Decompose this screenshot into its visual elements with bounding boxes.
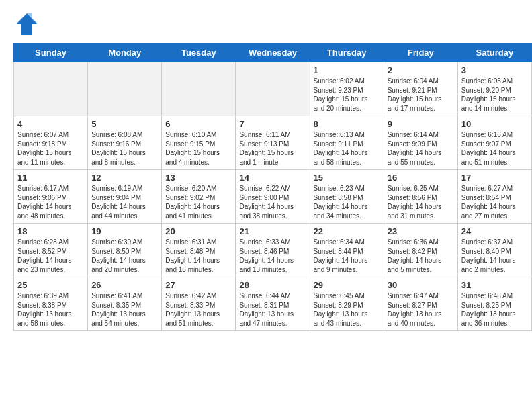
sunset-text: Sunset: 9:13 PM bbox=[239, 140, 306, 149]
svg-marker-0 bbox=[16, 13, 38, 35]
day-number: 27 bbox=[165, 280, 232, 290]
day-number: 16 bbox=[388, 173, 454, 183]
daylight-text: and 41 minutes. bbox=[165, 212, 232, 221]
daylight-text: and 23 minutes. bbox=[17, 265, 84, 275]
sunset-text: Sunset: 8:27 PM bbox=[388, 301, 454, 310]
daylight-text: Daylight: 13 hours bbox=[461, 310, 528, 319]
cal-cell: 26Sunrise: 6:41 AMSunset: 8:35 PMDayligh… bbox=[88, 277, 162, 331]
sunset-text: Sunset: 8:48 PM bbox=[165, 247, 232, 257]
daylight-text: Daylight: 14 hours bbox=[388, 148, 454, 158]
sunset-text: Sunset: 9:20 PM bbox=[461, 86, 528, 95]
daylight-text: Daylight: 15 hours bbox=[314, 95, 380, 104]
sunrise-text: Sunrise: 6:47 AM bbox=[388, 291, 454, 301]
daylight-text: Daylight: 14 hours bbox=[165, 256, 232, 265]
sunset-text: Sunset: 8:40 PM bbox=[461, 247, 528, 257]
calendar-wrapper: SundayMondayTuesdayWednesdayThursdayFrid… bbox=[0, 43, 532, 338]
day-header-monday: Monday bbox=[88, 44, 162, 62]
day-number: 20 bbox=[165, 226, 232, 236]
cal-cell: 3Sunrise: 6:05 AMSunset: 9:20 PMDaylight… bbox=[457, 62, 531, 116]
cal-cell: 8Sunrise: 6:13 AMSunset: 9:11 PMDaylight… bbox=[310, 116, 384, 170]
cal-cell: 1Sunrise: 6:02 AMSunset: 9:23 PMDaylight… bbox=[310, 62, 384, 116]
sunset-text: Sunset: 9:21 PM bbox=[388, 86, 454, 95]
day-number: 26 bbox=[91, 280, 158, 290]
sunrise-text: Sunrise: 6:37 AM bbox=[461, 238, 528, 247]
sunrise-text: Sunrise: 6:30 AM bbox=[91, 238, 158, 247]
cal-cell: 6Sunrise: 6:10 AMSunset: 9:15 PMDaylight… bbox=[162, 116, 236, 170]
daylight-text: Daylight: 14 hours bbox=[91, 256, 158, 265]
sunset-text: Sunset: 8:46 PM bbox=[239, 247, 306, 257]
day-header-wednesday: Wednesday bbox=[236, 44, 310, 62]
sunrise-text: Sunrise: 6:02 AM bbox=[314, 77, 380, 86]
daylight-text: and 34 minutes. bbox=[314, 212, 380, 221]
week-row-3: 11Sunrise: 6:17 AMSunset: 9:06 PMDayligh… bbox=[14, 170, 532, 224]
sunrise-text: Sunrise: 6:44 AM bbox=[239, 291, 306, 301]
sunset-text: Sunset: 9:00 PM bbox=[239, 193, 306, 203]
sunset-text: Sunset: 8:56 PM bbox=[388, 193, 454, 203]
cal-cell: 9Sunrise: 6:14 AMSunset: 9:09 PMDaylight… bbox=[384, 116, 457, 170]
cal-cell bbox=[14, 62, 88, 116]
cal-cell: 25Sunrise: 6:39 AMSunset: 8:38 PMDayligh… bbox=[14, 277, 88, 331]
logo bbox=[13, 11, 43, 38]
day-number: 7 bbox=[239, 119, 306, 129]
sunrise-text: Sunrise: 6:34 AM bbox=[314, 238, 380, 247]
daylight-text: and 58 minutes. bbox=[17, 319, 84, 328]
cal-cell bbox=[236, 62, 310, 116]
cal-cell: 31Sunrise: 6:48 AMSunset: 8:25 PMDayligh… bbox=[457, 277, 531, 331]
daylight-text: and 16 minutes. bbox=[165, 265, 232, 275]
day-header-friday: Friday bbox=[384, 44, 457, 62]
sunrise-text: Sunrise: 6:28 AM bbox=[17, 238, 84, 247]
day-number: 23 bbox=[388, 226, 454, 236]
week-row-5: 25Sunrise: 6:39 AMSunset: 8:38 PMDayligh… bbox=[14, 277, 532, 331]
daylight-text: Daylight: 15 hours bbox=[17, 148, 84, 158]
sunrise-text: Sunrise: 6:25 AM bbox=[388, 184, 454, 193]
sunset-text: Sunset: 9:11 PM bbox=[314, 140, 380, 149]
cal-cell bbox=[88, 62, 162, 116]
daylight-text: and 14 minutes. bbox=[461, 104, 528, 113]
daylight-text: and 58 minutes. bbox=[314, 158, 380, 167]
daylight-text: Daylight: 14 hours bbox=[461, 202, 528, 212]
sunrise-text: Sunrise: 6:16 AM bbox=[461, 130, 528, 140]
daylight-text: and 4 minutes. bbox=[165, 158, 232, 167]
sunset-text: Sunset: 9:07 PM bbox=[461, 140, 528, 149]
daylight-text: and 55 minutes. bbox=[388, 158, 454, 167]
sunset-text: Sunset: 9:06 PM bbox=[17, 193, 84, 203]
sunrise-text: Sunrise: 6:31 AM bbox=[165, 238, 232, 247]
cal-cell: 19Sunrise: 6:30 AMSunset: 8:50 PMDayligh… bbox=[88, 224, 162, 277]
daylight-text: and 20 minutes. bbox=[314, 104, 380, 113]
daylight-text: and 13 minutes. bbox=[239, 265, 306, 275]
sunset-text: Sunset: 8:50 PM bbox=[91, 247, 158, 257]
sunrise-text: Sunrise: 6:22 AM bbox=[239, 184, 306, 193]
sunset-text: Sunset: 8:54 PM bbox=[461, 193, 528, 203]
day-number: 22 bbox=[314, 226, 380, 236]
day-number: 8 bbox=[314, 119, 380, 129]
daylight-text: and 51 minutes. bbox=[461, 158, 528, 167]
cal-cell: 24Sunrise: 6:37 AMSunset: 8:40 PMDayligh… bbox=[457, 224, 531, 277]
calendar-table: SundayMondayTuesdayWednesdayThursdayFrid… bbox=[13, 43, 532, 331]
cal-cell: 15Sunrise: 6:23 AMSunset: 8:58 PMDayligh… bbox=[310, 170, 384, 224]
day-number: 11 bbox=[17, 173, 84, 183]
day-number: 18 bbox=[17, 226, 84, 236]
day-number: 19 bbox=[91, 226, 158, 236]
daylight-text: and 51 minutes. bbox=[165, 319, 232, 328]
sunrise-text: Sunrise: 6:42 AM bbox=[165, 291, 232, 301]
cal-cell: 28Sunrise: 6:44 AMSunset: 8:31 PMDayligh… bbox=[236, 277, 310, 331]
sunrise-text: Sunrise: 6:48 AM bbox=[461, 291, 528, 301]
sunrise-text: Sunrise: 6:23 AM bbox=[314, 184, 380, 193]
daylight-text: Daylight: 14 hours bbox=[239, 256, 306, 265]
daylight-text: and 5 minutes. bbox=[388, 265, 454, 275]
cal-cell: 2Sunrise: 6:04 AMSunset: 9:21 PMDaylight… bbox=[384, 62, 457, 116]
sunset-text: Sunset: 8:58 PM bbox=[314, 193, 380, 203]
sunrise-text: Sunrise: 6:17 AM bbox=[17, 184, 84, 193]
day-number: 29 bbox=[314, 280, 380, 290]
daylight-text: Daylight: 14 hours bbox=[461, 148, 528, 158]
daylight-text: Daylight: 14 hours bbox=[165, 202, 232, 212]
day-header-sunday: Sunday bbox=[14, 44, 88, 62]
sunrise-text: Sunrise: 6:11 AM bbox=[239, 130, 306, 140]
week-row-1: 1Sunrise: 6:02 AMSunset: 9:23 PMDaylight… bbox=[14, 62, 532, 116]
sunset-text: Sunset: 9:18 PM bbox=[17, 140, 84, 149]
sunrise-text: Sunrise: 6:41 AM bbox=[91, 291, 158, 301]
cal-cell: 10Sunrise: 6:16 AMSunset: 9:07 PMDayligh… bbox=[457, 116, 531, 170]
cal-cell: 4Sunrise: 6:07 AMSunset: 9:18 PMDaylight… bbox=[14, 116, 88, 170]
cal-cell: 16Sunrise: 6:25 AMSunset: 8:56 PMDayligh… bbox=[384, 170, 457, 224]
day-header-saturday: Saturday bbox=[457, 44, 531, 62]
